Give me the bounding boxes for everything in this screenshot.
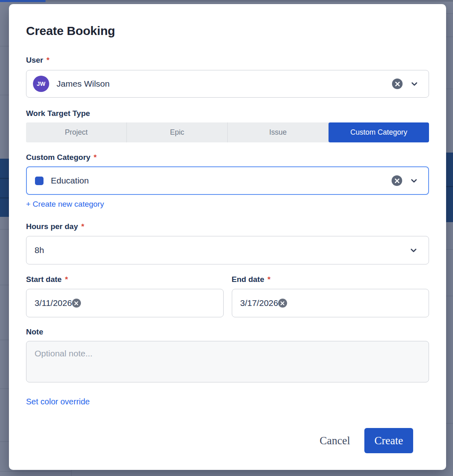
custom-category-label: Custom Category * — [26, 153, 429, 162]
user-select[interactable]: JW James Wilson — [26, 70, 429, 98]
cancel-button[interactable]: Cancel — [320, 435, 350, 447]
backdrop-row-divider — [0, 471, 71, 472]
required-asterisk: * — [94, 153, 96, 162]
start-date-value: 3/11/2026 — [35, 298, 72, 308]
chevron-down-icon[interactable] — [409, 246, 418, 255]
create-button[interactable]: Create — [364, 428, 413, 453]
start-date-input[interactable]: 3/11/2026 — [26, 289, 224, 317]
backdrop-top-line — [0, 0, 453, 2]
backdrop-row-divider — [0, 389, 9, 389]
custom-category-value: Education — [51, 176, 89, 186]
required-asterisk: * — [65, 275, 68, 284]
segment-custom-category[interactable]: Custom Category — [329, 122, 429, 142]
end-date-input[interactable]: 3/17/2026 — [232, 289, 429, 317]
backdrop-row-divider — [0, 95, 9, 95]
backdrop-row-divider — [446, 249, 453, 250]
backdrop-row-divider — [446, 89, 453, 89]
clear-category-icon[interactable] — [392, 175, 402, 186]
create-booking-modal: Create Booking User * JW James Wilson Wo… — [9, 4, 446, 470]
backdrop-highlighted-rows — [0, 159, 9, 217]
custom-category-select[interactable]: Education — [26, 166, 429, 195]
backdrop-highlighted-rows — [446, 153, 453, 222]
backdrop-row-divider — [0, 285, 9, 285]
clear-user-icon[interactable] — [392, 79, 403, 89]
set-color-override-link[interactable]: Set color override — [26, 397, 90, 406]
chevron-down-icon[interactable] — [409, 176, 418, 185]
work-target-type-segmented-control: Project Epic Issue Custom Category — [26, 122, 429, 142]
note-label: Note — [26, 328, 429, 336]
clear-end-date-icon[interactable] — [278, 299, 287, 308]
end-date-label: End date * — [232, 275, 429, 284]
clear-start-date-icon[interactable] — [72, 299, 81, 308]
modal-title: Create Booking — [26, 24, 429, 38]
backdrop-row-divider — [0, 441, 9, 442]
start-date-label: Start date * — [26, 275, 224, 284]
backdrop-row-divider — [0, 340, 9, 340]
segment-epic[interactable]: Epic — [127, 122, 228, 142]
backdrop-row-divider — [446, 296, 453, 296]
backdrop-row-divider — [446, 423, 453, 424]
required-asterisk: * — [268, 275, 270, 284]
backdrop-row-divider — [446, 37, 453, 37]
segment-issue[interactable]: Issue — [228, 122, 329, 142]
end-date-value: 3/17/2026 — [240, 298, 278, 308]
backdrop-progress-bar — [0, 0, 46, 2]
user-label: User * — [26, 56, 429, 65]
user-select-value: James Wilson — [57, 79, 110, 89]
note-textarea[interactable] — [26, 341, 429, 382]
hours-per-day-label: Hours per day * — [26, 222, 429, 231]
hours-per-day-value: 8h — [35, 245, 44, 255]
required-asterisk: * — [46, 56, 49, 65]
backdrop-row-divider — [0, 229, 9, 229]
backdrop-row-divider — [446, 13, 453, 14]
segment-project[interactable]: Project — [26, 122, 127, 142]
create-new-category-link[interactable]: + Create new category — [26, 200, 104, 209]
backdrop-column-divider — [71, 470, 72, 476]
category-color-swatch — [35, 177, 44, 185]
required-asterisk: * — [81, 222, 84, 231]
avatar: JW — [33, 76, 49, 92]
work-target-type-label: Work Target Type — [26, 109, 429, 118]
chevron-down-icon[interactable] — [410, 79, 419, 88]
hours-per-day-select[interactable]: 8h — [26, 236, 429, 264]
backdrop-row-divider — [0, 46, 9, 46]
modal-footer: Cancel Create — [26, 428, 429, 453]
